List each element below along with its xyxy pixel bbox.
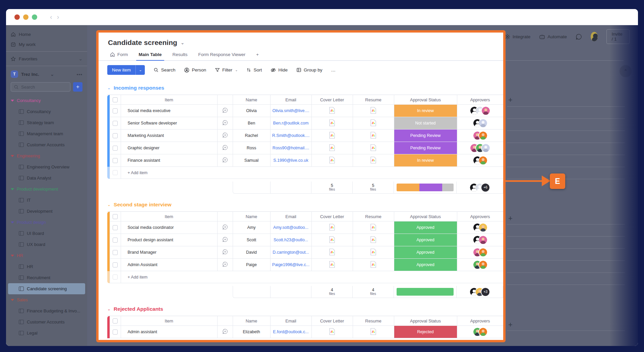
approver-avatars[interactable] [457,248,503,256]
email-cell[interactable]: R.Smith@outlook.... [270,130,311,142]
resume-file[interactable] [353,117,394,130]
sidebar-board-ui-board[interactable]: UI Board [6,228,87,239]
column-header-item[interactable]: Item [121,95,217,105]
sidebar-folder-product-design[interactable]: Product design [6,217,87,228]
column-header-item[interactable]: Item [121,212,217,221]
sidebar-folder-consultancy[interactable]: Consultancy [6,95,87,106]
approvers-cell[interactable] [457,142,503,154]
sidebar-board-candidate-screening[interactable]: Candidate screening [8,283,85,294]
group-collapse-icon[interactable]: ⌄ [107,307,111,311]
resume-file[interactable] [353,221,394,234]
sidebar-folder-sales[interactable]: Sales [6,294,87,305]
column-header-name[interactable]: Name [233,212,270,221]
sidebar-board-engineering-overview[interactable]: Engineering Overview [6,161,87,172]
approval-status-cell[interactable]: In review [394,154,457,167]
status-distribution-bar[interactable] [397,288,454,296]
select-all-checkbox[interactable] [110,316,121,326]
item-name-cell[interactable]: Senior Software developer [121,117,217,130]
cover-letter-file[interactable] [311,234,353,246]
tab-form[interactable]: Form [105,49,133,60]
user-avatar[interactable] [591,32,598,41]
doc-file-icon[interactable] [370,223,376,232]
group-title[interactable]: Incoming responses [114,85,164,91]
doc-file-icon[interactable] [329,107,335,115]
cover-letter-file[interactable] [311,246,353,259]
doc-file-icon[interactable] [370,119,376,128]
doc-file-icon[interactable] [329,236,335,244]
row-checkbox[interactable] [110,130,121,142]
board-title-chevron-icon[interactable]: ⌄ [181,40,185,45]
row-checkbox[interactable] [110,221,121,234]
add-update-button[interactable] [217,105,233,117]
email-cell[interactable]: D.carrington@out... [270,246,311,259]
cover-letter-file[interactable] [311,130,353,142]
resume-file[interactable] [353,234,394,246]
column-header-item[interactable]: Item [121,316,217,326]
folder-collapse-icon[interactable] [11,100,14,102]
approval-status-cell[interactable]: In review [394,105,457,117]
new-item-dropdown[interactable]: ⌄ [135,65,145,75]
integrate-button[interactable]: Integrate [505,34,530,40]
workspace-menu-button[interactable]: ••• [77,72,82,77]
column-header-approvers[interactable]: Approvers [457,95,503,105]
sidebar-board-customer-accounts[interactable]: Customer Accounts [6,139,87,150]
approval-status-cell[interactable]: Approved [394,259,457,271]
approver-avatars[interactable] [457,156,503,164]
doc-file-icon[interactable] [329,144,335,152]
tab--[interactable]: + [251,49,264,60]
more-approvers-badge[interactable]: +3 [481,288,489,296]
cover-letter-file[interactable] [311,105,353,117]
email-cell[interactable]: Olivia.smith@live.... [270,105,311,117]
doc-file-icon[interactable] [370,132,376,140]
email-cell[interactable]: Ross90@hotmail.... [270,142,311,154]
doc-file-icon[interactable] [370,156,376,165]
toolbar-group-by-button[interactable]: Group by [296,67,323,72]
row-checkbox[interactable] [110,234,121,246]
doc-file-icon[interactable] [329,248,335,257]
folder-collapse-icon[interactable] [11,221,14,223]
approvers-cell[interactable] [457,117,503,130]
sidebar-board-it[interactable]: IT [6,195,87,206]
toolbar-search-button[interactable]: Search [154,67,175,72]
board-title[interactable]: Candidate screening [108,39,177,47]
sidebar-folder-product-development[interactable]: Product development [6,184,87,195]
resume-file[interactable] [353,259,394,271]
column-header-resume[interactable]: Resume [353,316,394,326]
approvers-cell[interactable] [457,221,503,234]
email-cell[interactable]: E.ford@outlook.c... [270,326,311,338]
approver-avatars[interactable] [457,119,503,127]
toolbar-person-button[interactable]: Person [184,67,206,73]
approval-status-cell[interactable]: Approved [394,234,457,246]
item-name-cell[interactable]: Social media executive [121,105,217,117]
add-update-button[interactable] [217,234,233,246]
column-header-approvers[interactable]: Approvers [457,212,503,221]
search-input[interactable]: Search [11,82,70,92]
email-cell[interactable]: Scott.h23@outlo... [270,234,311,246]
collapse-panel-button[interactable]: ⌃ [620,65,632,77]
select-all-checkbox[interactable] [110,95,121,105]
doc-file-icon[interactable] [370,107,376,115]
doc-file-icon[interactable] [370,261,376,269]
column-header-approval-status[interactable]: Approval Status [394,95,457,105]
resume-file[interactable] [353,246,394,259]
add-update-button[interactable] [217,259,233,271]
sidebar-board-strategy-team[interactable]: Strategy team [6,117,87,128]
group-title[interactable]: Rejected Applicants [114,306,163,312]
toolbar-filter-button[interactable]: Filter⌄ [215,67,238,72]
approvers-cell[interactable] [457,234,503,246]
name-cell[interactable]: Scott [233,234,270,246]
sidebar-board-development[interactable]: Development [6,206,87,217]
minimize-window-button[interactable] [23,14,28,20]
item-name-cell[interactable]: Marketing Assistant [121,130,217,142]
sidebar-board-data-analyst[interactable]: Data Analyst [6,172,87,184]
back-icon[interactable]: ‹ [50,13,57,20]
row-checkbox[interactable] [110,117,121,130]
resume-file[interactable] [353,142,394,154]
name-cell[interactable]: Rachel [233,130,270,142]
folder-collapse-icon[interactable] [11,255,14,257]
resume-file[interactable] [353,130,394,142]
select-all-checkbox[interactable] [110,212,121,221]
name-cell[interactable]: Samual [233,154,270,167]
workspace-switcher[interactable]: TTrez Inc.⌄••• [6,68,87,80]
tab-results[interactable]: Results [168,49,192,60]
